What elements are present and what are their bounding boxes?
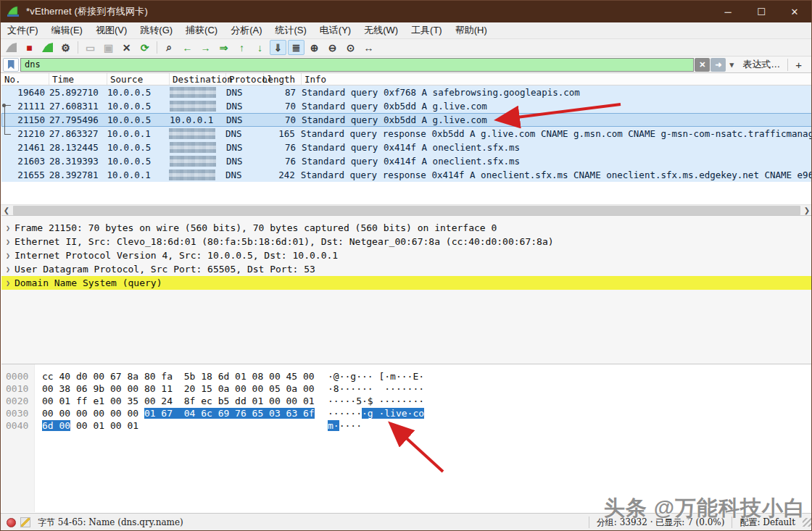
scrollbar-thumb[interactable] xyxy=(13,206,800,215)
scroll-left-arrow[interactable]: ❮ xyxy=(1,206,12,214)
hex-ascii[interactable]: ·······g ·live·co xyxy=(322,408,424,420)
column-header-destination[interactable]: Destination xyxy=(170,73,226,85)
menu-item-2[interactable]: 视图(V) xyxy=(89,22,133,38)
go-forward-icon[interactable]: → xyxy=(197,40,214,55)
detail-row-3[interactable]: ❯User Datagram Protocol, Src Port: 65505… xyxy=(1,262,812,276)
detail-row-4[interactable]: ❯Domain Name System (query) xyxy=(1,276,812,290)
auto-scroll-icon[interactable]: ⇓ xyxy=(270,40,286,55)
close-file-icon[interactable]: ✕ xyxy=(118,40,135,55)
packet-row-19640[interactable]: 1964025.89271010.0.0.5DNS87Standard quer… xyxy=(1,85,812,99)
zoom-in-icon[interactable]: ⊕ xyxy=(306,40,323,55)
zoom-out-icon[interactable]: ⊖ xyxy=(324,40,341,55)
expand-chevron-icon[interactable]: ❯ xyxy=(1,224,14,232)
hex-offset: 0040 xyxy=(1,420,35,432)
expert-info-icon[interactable] xyxy=(7,518,16,527)
hex-row-0010[interactable]: 001000 38 06 9b 00 00 80 11 20 15 0a 00 … xyxy=(1,383,812,396)
expression-button[interactable]: 表达式… xyxy=(737,58,787,71)
open-file-icon[interactable]: ▭ xyxy=(82,40,99,55)
go-bottom-icon[interactable]: ↓ xyxy=(252,40,268,55)
hex-offset: 0020 xyxy=(1,396,35,408)
expand-chevron-icon[interactable]: ❯ xyxy=(1,265,14,273)
menu-item-3[interactable]: 跳转(G) xyxy=(133,22,179,38)
start-capture-icon[interactable] xyxy=(3,40,20,55)
capture-options-icon[interactable]: ⚙ xyxy=(57,40,74,55)
menu-item-0[interactable]: 文件(F) xyxy=(1,22,45,38)
window-title: *vEthernet (桥接到有线网卡) xyxy=(26,5,711,18)
packet-row-21150[interactable]: 2115027.79549610.0.0.510.0.0.1DNS70Stand… xyxy=(1,113,812,127)
clear-filter-button[interactable]: ✕ xyxy=(695,58,710,72)
hex-row-0040[interactable]: 00406d 00 00 01 00 01m····· xyxy=(1,420,812,432)
menu-item-1[interactable]: 编辑(E) xyxy=(45,22,89,38)
display-filter-input[interactable]: dns xyxy=(20,58,694,72)
close-button[interactable]: ✕ xyxy=(778,1,811,22)
hex-ascii[interactable]: ·@··g··· [·m···E· xyxy=(322,371,424,383)
expand-chevron-icon[interactable]: ❯ xyxy=(1,251,14,259)
add-filter-button[interactable]: + xyxy=(788,59,809,71)
packet-list: No.TimeSourceDestinationProtocolLengthIn… xyxy=(1,73,812,215)
hex-row-0000[interactable]: 0000cc 40 d0 00 67 8a 80 fa 5b 18 6d 01 … xyxy=(1,371,812,383)
expand-chevron-icon[interactable]: ❯ xyxy=(1,238,14,246)
bookmark-button[interactable] xyxy=(3,58,19,72)
redacted-destination xyxy=(170,142,216,153)
hex-row-0030[interactable]: 003000 00 00 00 00 00 01 67 04 6c 69 76 … xyxy=(1,408,812,420)
packet-row-21210[interactable]: 2121027.86332710.0.0.1DNS165Standard que… xyxy=(1,127,812,141)
redacted-destination xyxy=(170,101,216,112)
hex-row-0020[interactable]: 002000 01 ff e1 00 35 00 24 8f ec b5 dd … xyxy=(1,396,812,408)
filter-dropdown-button[interactable]: ▾ xyxy=(726,58,737,72)
hex-ascii[interactable]: ·8······ ······· xyxy=(322,383,424,396)
reload-file-icon[interactable]: ⟳ xyxy=(136,40,153,55)
maximize-button[interactable]: ☐ xyxy=(745,1,778,22)
go-to-packet-icon[interactable]: ⇒ xyxy=(215,40,232,55)
menu-item-7[interactable]: 电话(Y) xyxy=(313,22,357,38)
detail-text: Domain Name System (query) xyxy=(14,277,162,288)
packet-row-21603[interactable]: 2160328.31939310.0.0.5DNS76Standard quer… xyxy=(1,154,812,168)
menu-item-4[interactable]: 捕获(C) xyxy=(179,22,224,38)
packet-row-21111[interactable]: 2111127.60831110.0.0.5DNS70Standard quer… xyxy=(1,99,812,113)
column-header-protocol[interactable]: Protocol xyxy=(226,73,264,85)
hex-ascii[interactable]: m····· xyxy=(322,420,362,432)
menu-item-9[interactable]: 工具(T) xyxy=(405,22,449,38)
menu-bar: 文件(F)编辑(E)视图(V)跳转(G)捕获(C)分析(A)统计(S)电话(Y)… xyxy=(1,22,811,39)
go-top-icon[interactable]: ↑ xyxy=(233,40,250,55)
colorize-icon[interactable]: ≣ xyxy=(288,40,304,55)
hex-bytes[interactable]: 00 38 06 9b 00 00 80 11 20 15 0a 00 00 0… xyxy=(35,383,322,396)
hex-bytes[interactable]: 00 01 ff e1 00 35 00 24 8f ec b5 dd 01 0… xyxy=(35,396,322,408)
column-header-no[interactable]: No. xyxy=(1,73,49,85)
hex-bytes[interactable]: 6d 00 00 01 00 01 xyxy=(35,420,322,432)
scroll-right-arrow[interactable]: ❯ xyxy=(801,206,812,214)
stop-capture-icon[interactable]: ■ xyxy=(21,40,38,55)
filter-bar: dns ✕ ➜ ▾ 表达式… + xyxy=(1,57,811,73)
detail-text: Internet Protocol Version 4, Src: 10.0.0… xyxy=(14,250,338,261)
detail-row-2[interactable]: ❯Internet Protocol Version 4, Src: 10.0.… xyxy=(1,248,812,262)
column-header-source[interactable]: Source xyxy=(107,73,170,85)
packet-list-hscrollbar[interactable]: ❮ ❯ xyxy=(1,204,812,215)
column-header-length[interactable]: Length xyxy=(264,73,302,85)
menu-item-8[interactable]: 无线(W) xyxy=(357,22,405,38)
redacted-destination xyxy=(169,128,215,139)
detail-row-0[interactable]: ❯Frame 21150: 70 bytes on wire (560 bits… xyxy=(1,221,812,235)
find-packet-icon[interactable]: ⌕ xyxy=(161,40,178,55)
apply-filter-button[interactable]: ➜ xyxy=(710,58,726,72)
menu-item-6[interactable]: 统计(S) xyxy=(268,22,312,38)
save-file-icon[interactable]: ▣ xyxy=(100,40,117,55)
zoom-reset-icon[interactable]: ⊙ xyxy=(342,40,359,55)
detail-row-1[interactable]: ❯Ethernet II, Src: Clevo_18:6d:01 (80:fa… xyxy=(1,235,812,248)
resize-columns-icon[interactable]: ↔ xyxy=(360,40,377,55)
highlighted-bytes: m· xyxy=(328,420,339,431)
packet-row-21655[interactable]: 2165528.39278110.0.0.1DNS242Standard que… xyxy=(1,168,812,182)
minimize-button[interactable]: ─ xyxy=(711,1,745,22)
hex-bytes[interactable]: cc 40 d0 00 67 8a 80 fa 5b 18 6d 01 08 0… xyxy=(35,371,322,383)
hex-bytes[interactable]: 00 00 00 00 00 00 01 67 04 6c 69 76 65 0… xyxy=(35,408,322,420)
capture-comment-icon[interactable] xyxy=(20,517,30,527)
menu-item-5[interactable]: 分析(A) xyxy=(224,22,268,38)
column-header-time[interactable]: Time xyxy=(49,73,107,85)
menu-item-10[interactable]: 帮助(H) xyxy=(449,22,494,38)
packet-row-21461[interactable]: 2146128.13244510.0.0.5DNS76Standard quer… xyxy=(1,141,812,154)
go-back-icon[interactable]: ← xyxy=(179,40,196,55)
highlighted-bytes: ·g ·live·co xyxy=(362,408,424,419)
hex-offset: 0000 xyxy=(1,371,35,383)
hex-ascii[interactable]: ·····5·$ ········ xyxy=(322,396,424,408)
restart-capture-icon[interactable] xyxy=(39,40,56,55)
expand-chevron-icon[interactable]: ❯ xyxy=(1,279,14,287)
column-header-info[interactable]: Info xyxy=(302,73,812,85)
